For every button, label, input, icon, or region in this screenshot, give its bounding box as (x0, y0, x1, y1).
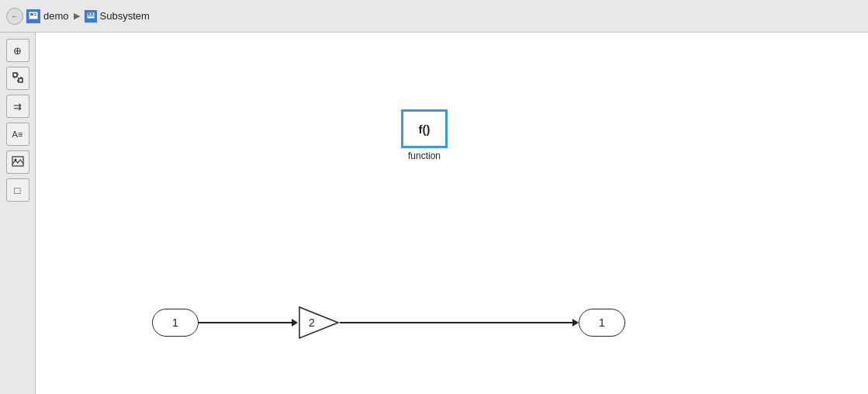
source-value: 1 (172, 316, 178, 329)
gain-svg: 2 (298, 306, 340, 340)
image-svg (12, 156, 24, 167)
left-toolbar: ⊕ ⇉ A≡ (0, 33, 36, 394)
insert-lines-button[interactable]: ⇉ (6, 95, 29, 118)
rectangle-tool-button[interactable]: □ (6, 178, 29, 202)
svg-marker-16 (299, 307, 338, 338)
svg-rect-5 (88, 13, 90, 15)
arrow-to-gain (292, 319, 298, 327)
svg-rect-6 (91, 13, 93, 15)
text-tool-icon: A≡ (12, 130, 23, 139)
svg-rect-9 (19, 78, 22, 82)
back-button[interactable]: ← (6, 8, 23, 25)
line-gain-to-output (340, 319, 579, 327)
svg-rect-8 (13, 73, 17, 77)
svg-rect-2 (34, 13, 36, 14)
function-block-box[interactable]: f() (402, 110, 447, 147)
topbar: ← demo ▶ Subsystem (0, 0, 868, 33)
subsystem-svg-icon (86, 12, 95, 21)
line-segment-1 (199, 322, 292, 323)
line-source-to-gain (199, 319, 298, 327)
output-block[interactable]: 1 (579, 309, 625, 337)
output-value: 1 (599, 316, 605, 329)
canvas-area[interactable]: f() function 1 2 (36, 33, 868, 394)
diagram-row: 1 2 1 (152, 306, 625, 340)
gain-block[interactable]: 2 (298, 306, 340, 340)
demo-icon (26, 9, 40, 23)
zoom-in-icon: ⊕ (13, 45, 22, 57)
function-block-label: f() (419, 123, 431, 136)
line-segment-2 (340, 322, 572, 323)
zoom-in-button[interactable]: ⊕ (6, 39, 29, 62)
arrow-to-output (572, 319, 579, 327)
main-area: ⊕ ⇉ A≡ (0, 33, 868, 394)
subsystem-icon (85, 10, 97, 22)
function-block-name: function (408, 150, 441, 161)
svg-rect-7 (88, 16, 94, 16)
svg-rect-3 (34, 15, 36, 16)
insert-lines-icon: ⇉ (13, 101, 22, 112)
rectangle-tool-icon: □ (15, 185, 21, 196)
text-tool-button[interactable]: A≡ (6, 123, 29, 146)
source-block[interactable]: 1 (152, 309, 199, 337)
subsystem-label[interactable]: Subsystem (100, 10, 150, 22)
function-block[interactable]: f() function (402, 110, 447, 161)
image-tool-icon (12, 156, 24, 169)
fit-view-icon (12, 71, 24, 86)
fit-view-button[interactable] (6, 67, 29, 90)
svg-rect-1 (30, 13, 33, 16)
demo-label[interactable]: demo (43, 10, 69, 22)
fit-view-svg (12, 71, 24, 84)
image-tool-button[interactable] (6, 150, 29, 174)
demo-svg-icon (28, 11, 39, 22)
breadcrumb-separator: ▶ (74, 11, 80, 21)
back-icon: ← (11, 12, 19, 20)
svg-text:2: 2 (309, 316, 315, 329)
